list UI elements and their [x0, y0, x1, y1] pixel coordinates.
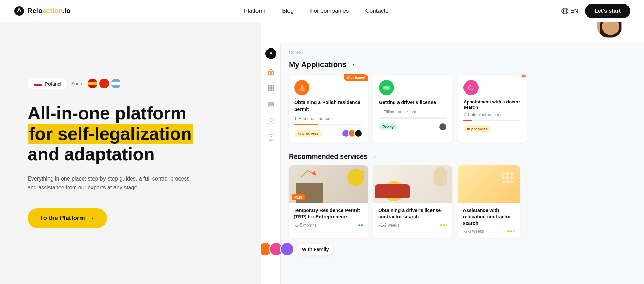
- progress-bar-container-3: [463, 120, 521, 121]
- app-card-appointment[interactable]: Appointment with a doctor search 2. Pati…: [458, 75, 527, 143]
- sidebar-home-icon[interactable]: [267, 67, 275, 76]
- language-selector[interactable]: EN: [561, 8, 578, 14]
- country-badge: Poland Soon:: [28, 78, 234, 89]
- hero-section: Poland Soon: All-in-one platform for sel…: [0, 22, 261, 284]
- avatar-3: [354, 129, 362, 138]
- my-applications-title: My Applications →: [289, 60, 644, 69]
- status-badge-license: Ready: [379, 123, 397, 130]
- sidebar-logo-icon: [268, 51, 274, 57]
- logo-icon: [14, 6, 25, 17]
- sidebar-user-icon[interactable]: [267, 117, 275, 125]
- service-body-reloc: Assistance with relocation contractor se…: [458, 203, 520, 238]
- svg-rect-10: [271, 85, 274, 88]
- family-label: With Family: [297, 244, 334, 255]
- sidebar-docs-icon[interactable]: [267, 133, 275, 142]
- svg-point-1: [18, 8, 20, 10]
- expert-badge: With Expert: [344, 74, 368, 81]
- flag-china: [99, 79, 109, 88]
- nav-companies[interactable]: For companies: [310, 8, 349, 14]
- service-image-license: ☆: [373, 165, 452, 203]
- avatar-single: [439, 123, 447, 131]
- service-meta-license: ~1-2 weeks: [378, 223, 448, 228]
- soon-label: Soon:: [71, 81, 84, 86]
- service-body-license: Obtaining a driver's license contractor …: [373, 203, 452, 231]
- application-cards: With Expert Obtaining a Polish residence…: [289, 75, 644, 143]
- svg-rect-8: [271, 72, 274, 74]
- card-title-residence: Obtaining a Polish residence permit: [294, 99, 362, 113]
- sidebar-grid-icon[interactable]: [267, 84, 275, 92]
- star-icon-reloc: ☆: [512, 168, 517, 175]
- card-step-appointment: 2. Patient information: [463, 112, 521, 117]
- card-title-appointment: Appointment with a doctor search: [463, 99, 521, 110]
- platform-preview: Home / My Applications → With Expert: [261, 22, 644, 284]
- card-step-license: 1. Filling out the form: [379, 110, 447, 114]
- logo[interactable]: Reloaction.io: [14, 6, 71, 17]
- svg-rect-24: [386, 87, 389, 88]
- progress-bar-container: [294, 124, 362, 125]
- app-card-residence[interactable]: With Expert Obtaining a Polish residence…: [289, 75, 368, 143]
- family-group: With Family: [261, 242, 334, 256]
- service-cards: PLN ★ Temporary Residen: [289, 165, 644, 238]
- service-dots-license: [440, 224, 448, 226]
- soon-flags: [88, 79, 121, 88]
- avatar-image: [597, 22, 622, 38]
- nav-platform[interactable]: Platform: [244, 8, 265, 14]
- service-image-trp: PLN ★: [289, 165, 368, 203]
- star-icon: ★: [360, 168, 365, 175]
- user-avatar: [596, 22, 623, 39]
- svg-rect-7: [268, 72, 271, 74]
- service-card-trp[interactable]: PLN ★ Temporary Residen: [289, 165, 368, 238]
- reloc-dots: [502, 172, 513, 183]
- nav-blog[interactable]: Blog: [282, 8, 294, 14]
- breadcrumb: Home /: [289, 50, 644, 55]
- sidebar-table-icon[interactable]: [267, 100, 275, 109]
- svg-marker-26: [311, 171, 316, 176]
- recommended-services-title: Recommended services →: [289, 153, 644, 161]
- svg-rect-14: [268, 104, 274, 105]
- card-icon-residence: [294, 80, 309, 95]
- service-card-reloc[interactable]: ☆ Assistance with relocation contractor …: [458, 165, 520, 238]
- card-icon-license: [379, 80, 394, 95]
- service-dots-trp: [358, 224, 363, 226]
- country-label: Poland: [45, 81, 61, 87]
- cta-button[interactable]: To the Platform →: [28, 208, 107, 228]
- expert-badge-2: [522, 75, 527, 77]
- app-card-license[interactable]: Getting a driver's license 1. Filling ou…: [373, 75, 452, 143]
- svg-rect-12: [271, 88, 274, 91]
- progress-bar-container-2: [379, 117, 447, 119]
- status-badge-appointment: In progress: [463, 125, 491, 132]
- header: Reloaction.io Platform Blog For companie…: [0, 0, 644, 22]
- service-title-license: Obtaining a driver's license contractor …: [378, 207, 448, 220]
- hero-title: All-in-one platform for self-legalizatio…: [28, 103, 234, 165]
- service-card-license[interactable]: ☆ Obtaining a driver's license contracto…: [373, 165, 452, 238]
- flag-spain: [88, 79, 97, 88]
- family-avatar-3: [280, 242, 294, 256]
- service-duration-reloc: ~2-3 weeks: [463, 229, 484, 234]
- service-duration-license: ~1-2 weeks: [378, 223, 400, 228]
- flag-argentina: [111, 79, 121, 88]
- svg-point-6: [270, 52, 272, 53]
- card-icon-appointment: [463, 80, 479, 95]
- service-meta-trp: ~1-5 months: [294, 223, 363, 228]
- status-badge-residence: In progress: [294, 130, 322, 137]
- hero-subtitle: Everything in one place: step-by-step gu…: [28, 174, 193, 192]
- card-footer-3: In progress: [463, 125, 521, 132]
- svg-rect-22: [383, 86, 390, 90]
- lets-start-button[interactable]: Let's start: [585, 4, 630, 18]
- card-footer: In progress: [294, 129, 362, 138]
- card-footer-2: Ready: [379, 123, 447, 131]
- progress-bar-fill-3: [463, 120, 472, 121]
- svg-rect-13: [268, 102, 274, 103]
- svg-rect-9: [268, 85, 271, 88]
- platform-main-content: Home / My Applications → With Expert: [281, 43, 644, 284]
- progress-bar-fill: [294, 124, 318, 125]
- sidebar-logo: [265, 48, 276, 59]
- card-avatars: [342, 129, 362, 138]
- service-title-trp: Temporary Residence Permit (TRP) for Ent…: [294, 207, 363, 220]
- country-poland[interactable]: Poland: [28, 78, 67, 89]
- card-title-license: Getting a driver's license: [379, 99, 447, 106]
- service-body-trp: Temporary Residence Permit (TRP) for Ent…: [289, 203, 368, 231]
- pln-badge: PLN: [292, 194, 305, 200]
- service-duration-trp: ~1-5 months: [294, 223, 317, 228]
- nav-contacts[interactable]: Contacts: [365, 8, 389, 14]
